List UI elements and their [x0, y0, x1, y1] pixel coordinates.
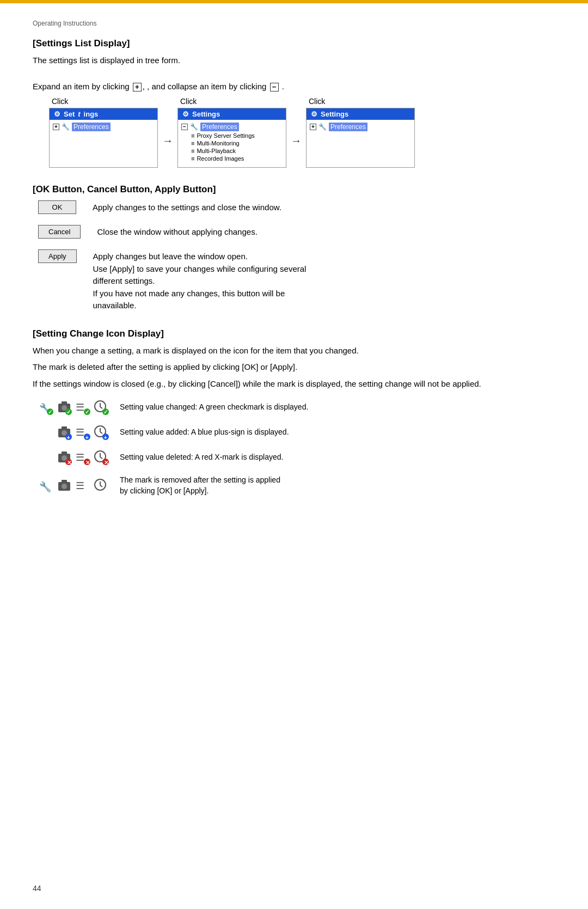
svg-rect-17 [62, 426, 67, 429]
svg-text:✓: ✓ [103, 409, 108, 415]
icon-row-clean: 🔧 ☰ [38, 475, 555, 496]
arrow-right-1: → [162, 135, 173, 147]
icon-list-clean: ☰ [75, 478, 90, 493]
icon-clock-blue-plus: + [94, 425, 109, 440]
svg-text:🔧: 🔧 [39, 481, 52, 493]
icon-rows-container: 🔧 ✓ ✓ ☰ [38, 400, 555, 496]
tree-window-title-2: ⚙ Settings [178, 108, 286, 120]
icon-group-added: + ☰ + + [38, 425, 109, 440]
svg-text:✓: ✓ [48, 409, 52, 415]
icon-list-blue-plus: ☰ + [75, 425, 90, 440]
ok-button-desc: Apply changes to the settings and close … [93, 200, 281, 214]
svg-text:✕: ✕ [85, 460, 90, 465]
page-header-label: Operating Instructions [33, 20, 555, 27]
svg-rect-30 [62, 452, 67, 454]
settings-title-icon-1: ⚙ [54, 110, 60, 118]
icon-added-desc: Setting value added: A blue plus-sign is… [120, 427, 289, 438]
section-ok-cancel-apply: [OK Button, Cancel Button, Apply Button]… [33, 184, 555, 312]
section-title-icon-display: [Setting Change Icon Display] [33, 328, 555, 339]
tree-icon-wrench-2: 🔧 [190, 123, 198, 131]
tree-icon-wrench: 🔧 [62, 123, 70, 131]
tree-window-body-1: + 🔧 Preferences [50, 120, 157, 134]
click-label-3: Click [309, 97, 325, 106]
tree-window-body-3: + 🔧 Preferences [307, 120, 414, 134]
svg-text:✕: ✕ [104, 460, 108, 465]
click-label-2: Click [180, 97, 197, 106]
tree-item-pref: − 🔧 Preferences [181, 122, 283, 132]
svg-line-13 [100, 407, 102, 408]
svg-line-26 [100, 432, 102, 434]
tree-item-proxy: ≡ Proxy Server Settings [191, 132, 283, 139]
page-number: 44 [33, 884, 41, 893]
settings-title-icon-2: ⚙ [182, 110, 189, 118]
expand-icon-3: + [310, 124, 316, 130]
tree-item-multi-monitor: ≡ Multi-Monitoring [191, 139, 283, 147]
icon-clock-clean [94, 478, 109, 493]
expand-icon-2: − [181, 124, 188, 130]
preferences-item-3: Preferences [329, 123, 367, 131]
svg-text:+: + [104, 434, 107, 440]
svg-line-49 [100, 485, 102, 487]
icon-display-para-2: The mark is deleted after the setting is… [33, 361, 555, 374]
svg-text:☰: ☰ [76, 402, 84, 413]
tree-diagram-1: Click ⚙ Settings + 🔧 Preferences [49, 97, 158, 168]
icon-camera-red-x: ✕ [57, 450, 72, 465]
section-title-buttons: [OK Button, Cancel Button, Apply Button] [33, 184, 555, 195]
click-label-1: Click [52, 97, 68, 106]
icon-group-deleted: ✕ ☰ ✕ ✕ [38, 450, 109, 465]
bullet-icon-2: ≡ [191, 140, 194, 147]
expand-collapse-description: Expand an item by clicking +, , and coll… [33, 81, 555, 93]
cancel-button-row: Cancel Close the window without applying… [38, 225, 555, 239]
icon-display-para-3: If the settings window is closed (e.g., … [33, 378, 555, 391]
svg-point-45 [62, 484, 67, 489]
arrow-right-2: → [291, 135, 302, 147]
icon-wrench-clean: 🔧 [38, 478, 53, 493]
icon-display-para-1: When you change a setting, a mark is dis… [33, 345, 555, 357]
svg-text:☰: ☰ [76, 452, 84, 463]
svg-rect-44 [62, 480, 67, 483]
ok-button[interactable]: OK [38, 200, 76, 214]
tree-diagram-2: Click ⚙ Settings − 🔧 Preferences [177, 97, 286, 168]
icon-clock-green-check: ✓ [94, 400, 109, 415]
tree-diagram-group-3: Click ⚙ Settings + 🔧 Preferences [306, 97, 415, 168]
bullet-icon-4: ≡ [191, 155, 194, 162]
svg-rect-4 [62, 401, 67, 404]
icon-clock-red-x: ✕ [94, 450, 109, 465]
icon-row-deleted: ✕ ☰ ✕ ✕ [38, 450, 555, 465]
bullet-icon-3: ≡ [191, 148, 194, 154]
tree-window-title-1: ⚙ Settings [50, 108, 157, 120]
cancel-button[interactable]: Cancel [38, 225, 81, 239]
section-title-settings-list: [Settings List Display] [33, 38, 555, 49]
tree-window-2: ⚙ Settings − 🔧 Preferences ≡ Proxy [177, 108, 286, 168]
preferences-item-1: Preferences [72, 123, 111, 131]
apply-button-row: Apply Apply changes but leave the window… [38, 249, 555, 312]
tree-item-recorded: ≡ Recorded Images [191, 155, 283, 162]
icon-camera-green-check: ✓ [57, 400, 72, 415]
cancel-button-desc: Close the window without applying change… [97, 225, 257, 239]
icon-clean-desc: The mark is removed after the setting is… [120, 475, 280, 496]
buttons-section: OK Apply changes to the settings and clo… [38, 200, 555, 312]
tree-diagram-group-2: Click ⚙ Settings − 🔧 Preferences [177, 97, 306, 168]
svg-text:✓: ✓ [66, 409, 71, 415]
tree-window-title-3: ⚙ Settings [307, 108, 414, 120]
icon-row-added: + ☰ + + [38, 425, 555, 440]
icon-row-changed: 🔧 ✓ ✓ ☰ [38, 400, 555, 415]
tree-window-3: ⚙ Settings + 🔧 Preferences [306, 108, 415, 168]
section-setting-change-icon: [Setting Change Icon Display] When you c… [33, 328, 555, 497]
tree-item: + 🔧 Preferences [53, 122, 154, 132]
tree-diagram-group-1: Click ⚙ Settings + 🔧 Preferences [49, 97, 177, 168]
tree-diagram-3: Click ⚙ Settings + 🔧 Preferences [306, 97, 415, 168]
icon-camera-clean [57, 478, 72, 493]
tree-window-body-2: − 🔧 Preferences ≡ Proxy Server Settings … [178, 120, 286, 164]
expand-icon: + [53, 124, 59, 130]
svg-text:+: + [85, 434, 89, 440]
tree-item-pref-3: + 🔧 Preferences [310, 122, 411, 132]
icon-group-changed: 🔧 ✓ ✓ ☰ [38, 400, 109, 415]
settings-list-intro: The settings list is displayed in tree f… [33, 54, 555, 67]
icon-list-red-x: ☰ ✕ [75, 450, 90, 465]
icon-group-clean: 🔧 ☰ [38, 478, 109, 493]
ok-button-row: OK Apply changes to the settings and clo… [38, 200, 555, 214]
icon-camera-blue-plus: + [57, 425, 72, 440]
preferences-item-2: Preferences [200, 123, 239, 131]
apply-button[interactable]: Apply [38, 249, 77, 263]
